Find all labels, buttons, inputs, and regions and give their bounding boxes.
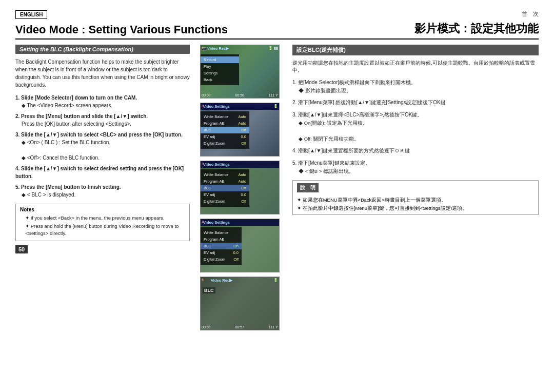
zh-notes-item-1: ✦ 如果您在MENU菜單中異<Back返回>時畫目到上一個菜單選項。 — [297, 197, 534, 204]
cam-settings-title-4: Video Settings — [201, 219, 279, 226]
cam-dz-3: Digital ZoomOff — [201, 198, 249, 205]
cam-settings-title-2: Video Settings — [201, 103, 279, 110]
step-3-sub2: ◆ <Off>: Cancel the BLC function. — [15, 154, 190, 162]
notes-title: Notes — [20, 207, 185, 212]
zh-notes-title: 說 明 — [297, 183, 319, 192]
chinese-nav: 首 次 — [522, 10, 539, 18]
cam-label-1: 📷 Video Rec▶ — [202, 46, 229, 51]
step-4: 4. Slide the [▲/▼] switch to select desi… — [15, 165, 190, 180]
zh-step-4: 4. 滑動[▲/▼]鍵來選置標所要的方式然後逐下ＯＫ鍵 — [292, 147, 539, 155]
right-text-column: 設定BLC(逆光補償) 逆光用功能讓您在拍地的主題度設置以被如正在窗戶前的時候,… — [292, 45, 539, 370]
screenshots-column: 📷 Video Rec▶ 🔋 ▮▮ Record Play Settings B… — [200, 45, 282, 370]
zh-step-3-sub1: ◆ On(開啟): 設定為下光用積。 — [292, 119, 539, 127]
cam-wb-4: White Balance — [201, 229, 242, 236]
zh-notes-box: 說 明 ✦ 如果您在MENU菜單中異<Back返回>時畫目到上一個菜單選項。 ✦… — [292, 180, 539, 215]
cam-blc-badge: BLC — [203, 287, 215, 293]
zh-step-1-sub: ◆ 影片錄製畫面出現。 — [292, 87, 539, 94]
cam-menu-item-settings: Settings — [201, 70, 239, 76]
notes-box: Notes ✦ If you select <Back> in the menu… — [15, 204, 190, 241]
step-2: 2. Press the [Menu] button and slide the… — [15, 112, 190, 128]
cam-dz-4: Digital ZoomOff — [201, 256, 242, 263]
cam-screen-2: Video Settings White BalanceAuto Program… — [200, 103, 280, 156]
cam-wb: White BalanceAuto — [201, 113, 249, 120]
zh-step-5: 5. 滑下[Menu菜單]鍵來結束設定。 ◆ < 鍵B > 標誌顯出現。 — [292, 159, 539, 175]
cam-menu-3: White BalanceAuto Program AEAuto BLCOff … — [201, 169, 249, 207]
zh-step-1: 1. 把[Mode Selector]模式滑桿鍵向下剃動來打開木機。 ◆ 影片錄… — [292, 79, 539, 94]
step-2-sub: Press the [OK] button after selecting <S… — [15, 120, 190, 128]
step-1-bold: 1. Slide [Mode Selector] down to turn on… — [15, 95, 137, 101]
content-columns: Setting the BLC (Backlight Compensation)… — [15, 45, 539, 370]
english-badge: ENGLISH — [15, 10, 47, 19]
left-column: Setting the BLC (Backlight Compensation)… — [15, 45, 190, 370]
cam-menu-item-record: Record — [201, 56, 239, 63]
cam-bottom-1: 00:0000:50111 Y — [202, 93, 278, 97]
cam-blc-3: BLCOff — [201, 185, 249, 191]
cam-menu-item-play: Play — [201, 63, 239, 70]
main-title-zh: 影片模式：設定其他功能 — [414, 21, 539, 36]
notes-item-1: ✦ If you select <Back> in the menu, the … — [20, 214, 185, 221]
cam-menu-1: Record Play Settings Back — [201, 54, 239, 85]
zh-step-3: 3. 滑動[▲/▼]鍵來選擇<BLC>高概漢字>,然後按下OK鍵。 ◆ On(開… — [292, 111, 539, 143]
cam-ev-4: EV adj0.0 — [201, 249, 242, 256]
step-3-bold: 3. Slide the [▲/▼] switch to select <BLC… — [15, 132, 183, 138]
cam-settings-title-3: Video Settings — [201, 161, 279, 168]
top-bar: ENGLISH 首 次 — [15, 10, 539, 19]
step-3-sub1: ◆ <On> ( BLC ) : Set the BLC function. — [15, 139, 190, 146]
cam-ae-4: Program AE — [201, 236, 242, 243]
cam-ev: EV adj0.0 — [201, 133, 249, 140]
cam-screen-1: 📷 Video Rec▶ 🔋 ▮▮ Record Play Settings B… — [200, 45, 280, 99]
title-row: Video Mode : Setting Various Functions 影… — [15, 21, 539, 40]
zh-intro: 逆光用功能讓您在拍地的主題度設置以被如正在窗戶前的時候,可以使主題較豔。台用於拍… — [292, 60, 539, 74]
step-3: 3. Slide the [▲/▼] switch to select <BLC… — [15, 131, 190, 162]
step-2-bold: 2. Press the [Menu] button and slide the… — [15, 113, 148, 119]
zh-step-5-sub: ◆ < 鍵B > 標誌顯出現。 — [292, 167, 539, 175]
zh-steps-list: 1. 把[Mode Selector]模式滑桿鍵向下剃動來打開木機。 ◆ 影片錄… — [292, 79, 539, 175]
intro-text: The Backlight Compensation function help… — [15, 58, 190, 89]
zh-step-2: 2. 滑下[Menu菜單],然後滑動[▲/▼]鍵選充[Settings設定]接後… — [292, 99, 539, 107]
cam-ev-3: EV adj0.0 — [201, 191, 249, 198]
cam-rec-indicator: 2 — [202, 46, 204, 50]
step-4-bold: 4. Slide the [▲/▼] switch to select desi… — [15, 166, 184, 179]
section-heading-en: Setting the BLC (Backlight Compensation) — [15, 45, 190, 54]
cam-bg-5 — [201, 277, 279, 330]
steps-list: 1. Slide [Mode Selector] down to turn on… — [15, 94, 190, 199]
cam-blc-4-on: BLCOn — [201, 243, 242, 249]
cam-screen-5: Video Rec▶ 🔋 5 BLC 00:0000:57111 Y — [200, 277, 280, 330]
step-1: 1. Slide [Mode Selector] down to turn on… — [15, 94, 190, 109]
cam-label-5: Video Rec▶ — [211, 278, 232, 283]
cam-menu-item-back: Back — [201, 76, 239, 83]
step-1-sub: ◆ The <Video Record> screen appears. — [15, 102, 190, 109]
cam-screen-3: Video Settings White BalanceAuto Program… — [200, 161, 280, 214]
cam-blc-2: BLCOff — [201, 127, 249, 133]
cam-num-3: 3 — [202, 162, 204, 166]
cam-menu-4: White Balance Program AE BLCOn EV adj0.0… — [201, 227, 242, 265]
cam-dz: Digital ZoomOff — [201, 140, 249, 147]
cam-menu-2: White BalanceAuto Program AEAuto BLCOff … — [201, 111, 249, 149]
cam-top-info-2: 🔋 — [273, 104, 278, 108]
step-5-sub: ◆ < BLC > is displayed. — [15, 191, 190, 199]
cam-num-5: 5 — [202, 278, 204, 282]
cam-bottom-5: 00:0000:57111 Y — [202, 325, 278, 329]
section-heading-zh: 設定BLC(逆光補償) — [292, 45, 539, 55]
cam-num-2: 3 — [202, 104, 204, 108]
page-container: ENGLISH 首 次 Video Mode : Setting Various… — [0, 0, 554, 392]
cam-top-info-1: 🔋 ▮▮ — [268, 46, 278, 50]
main-title-en: Video Mode : Setting Various Functions — [15, 23, 228, 36]
zh-notes-item-2: ✦ 在拍此影片中錄選按住[Menu菜單]鍵，您可直接到到<Settings設定I… — [297, 205, 534, 212]
cam-battery-5: 🔋 — [273, 278, 278, 282]
cam-wb-3: White BalanceAuto — [201, 171, 249, 178]
step-5-bold: 5. Press the [Menu] button to finish set… — [15, 184, 121, 190]
cam-ae-3: Program AEAuto — [201, 178, 249, 185]
cam-num-4: 4 — [202, 220, 204, 224]
zh-step-3-sub2: ◆ Off: 關閉下光用積功能。 — [292, 135, 539, 143]
page-number: 50 — [15, 245, 28, 253]
step-5: 5. Press the [Menu] button to finish set… — [15, 183, 190, 199]
notes-item-2: ✦ Press and hold the [Menu] button durin… — [20, 223, 185, 237]
cam-screen-4: Video Settings White Balance Program AE … — [200, 219, 280, 272]
cam-ae: Program AEAuto — [201, 120, 249, 127]
